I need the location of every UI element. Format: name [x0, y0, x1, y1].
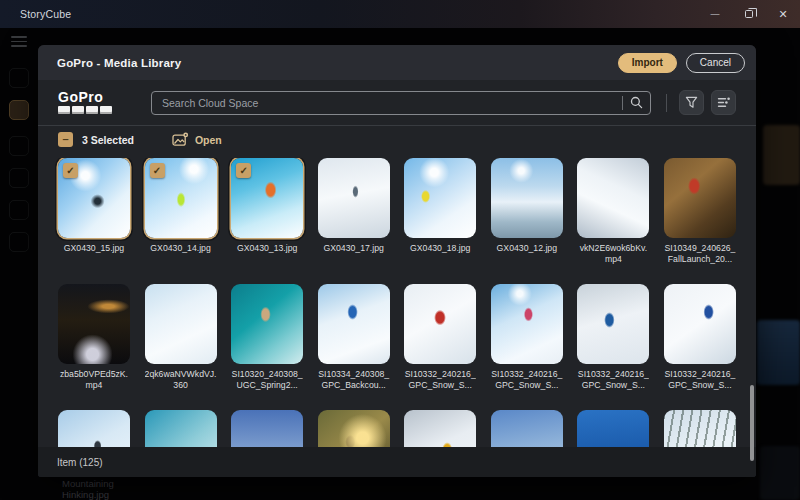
media-item[interactable] — [58, 410, 130, 447]
sidebar-icon[interactable] — [9, 200, 29, 220]
media-thumbnail[interactable] — [491, 284, 563, 364]
open-button[interactable]: Open — [172, 132, 222, 147]
media-item[interactable]: SI10349_240626_FallLaunch_20... — [664, 158, 736, 264]
media-thumbnail[interactable]: ✓ — [231, 158, 303, 238]
media-item[interactable]: SI10334_240308_GPC_Backcou... — [318, 284, 390, 390]
gopro-logo: GoPro — [58, 91, 116, 114]
media-thumbnail[interactable] — [318, 410, 390, 447]
menu-icon[interactable] — [11, 36, 27, 47]
media-filename: SI10332_240216_GPC_Snow_S... — [404, 369, 476, 390]
media-item[interactable]: vkN2E6wok6bKv.mp4 — [577, 158, 649, 264]
restore-button[interactable] — [732, 0, 766, 28]
app-sidebar — [0, 28, 38, 500]
import-button[interactable]: Import — [618, 53, 677, 73]
media-filename: SI10334_240308_GPC_Backcou... — [318, 369, 390, 390]
media-item[interactable] — [231, 410, 303, 447]
media-grid-viewport[interactable]: ✓GX0430_15.jpg✓GX0430_14.jpg✓GX0430_13.j… — [38, 158, 756, 447]
dialog-header: GoPro - Media Library Import Cancel — [38, 45, 756, 80]
sort-options-button[interactable] — [711, 90, 736, 115]
checkbox-checked-icon[interactable]: ✓ — [236, 163, 251, 178]
cancel-button[interactable]: Cancel — [686, 53, 745, 73]
open-button-label: Open — [195, 134, 222, 146]
media-thumbnail[interactable] — [231, 284, 303, 364]
media-thumbnail[interactable] — [145, 410, 217, 447]
select-all-checkbox[interactable]: – — [58, 132, 73, 147]
gopro-wordmark: GoPro — [58, 91, 116, 104]
sidebar-icon-active[interactable] — [9, 100, 29, 120]
restore-icon — [745, 10, 753, 18]
media-item[interactable]: SI10332_240216_GPC_Snow_S... — [404, 284, 476, 390]
search-box — [151, 91, 651, 115]
media-filename: GX0430_18.jpg — [404, 243, 476, 254]
media-thumbnail[interactable] — [577, 284, 649, 364]
sidebar-icon[interactable] — [9, 232, 29, 252]
checkbox-checked-icon[interactable]: ✓ — [63, 163, 78, 178]
selected-count-label: 3 Selected — [82, 134, 134, 146]
media-item[interactable]: SI10332_240216_GPC_Snow_S... — [664, 284, 736, 390]
media-thumbnail[interactable] — [58, 284, 130, 364]
media-thumbnail[interactable] — [58, 410, 130, 447]
media-item[interactable]: ✓GX0430_14.jpg — [145, 158, 217, 264]
media-filename: GX0430_13.jpg — [231, 243, 303, 254]
open-media-icon — [172, 132, 189, 147]
media-item[interactable] — [145, 410, 217, 447]
media-filename: SI10320_240308_UGC_Spring2... — [231, 369, 303, 390]
media-item[interactable]: GX0430_12.jpg — [491, 158, 563, 264]
media-item[interactable]: SI10332_240216_GPC_Snow_S... — [491, 284, 563, 390]
sidebar-icon[interactable] — [9, 168, 29, 188]
media-filename: SI10349_240626_FallLaunch_20... — [664, 243, 736, 264]
media-item[interactable]: SI10332_240216_GPC_Snow_S... — [577, 284, 649, 390]
toolbar-right-group — [666, 90, 736, 115]
media-item[interactable] — [577, 410, 649, 447]
toolbar-divider — [666, 94, 667, 112]
search-icon — [630, 96, 643, 109]
media-thumbnail[interactable] — [231, 410, 303, 447]
media-item[interactable] — [664, 410, 736, 447]
media-thumbnail[interactable] — [664, 410, 736, 447]
filter-funnel-icon — [685, 96, 698, 109]
vertical-scrollbar[interactable] — [750, 385, 754, 461]
selection-row: – 3 Selected Open — [38, 126, 756, 153]
media-item[interactable]: ✓GX0430_13.jpg — [231, 158, 303, 264]
media-item[interactable] — [491, 410, 563, 447]
search-input[interactable] — [152, 92, 622, 114]
checkbox-checked-icon[interactable]: ✓ — [150, 163, 165, 178]
media-item[interactable]: SI10320_240308_UGC_Spring2... — [231, 284, 303, 390]
media-thumbnail[interactable] — [318, 158, 390, 238]
media-item[interactable] — [318, 410, 390, 447]
media-thumbnail[interactable] — [404, 410, 476, 447]
media-item[interactable]: ✓GX0430_15.jpg — [58, 158, 130, 264]
media-filename: GX0430_17.jpg — [318, 243, 390, 254]
window-controls: — ✕ — [698, 0, 800, 28]
sidebar-icon[interactable] — [9, 136, 29, 156]
media-thumbnail[interactable] — [577, 158, 649, 238]
dialog-footer: Item (125) — [38, 447, 756, 477]
minimize-button[interactable]: — — [698, 0, 732, 28]
media-item[interactable] — [404, 410, 476, 447]
media-thumbnail[interactable] — [664, 284, 736, 364]
filter-button[interactable] — [679, 90, 704, 115]
media-thumbnail[interactable] — [404, 284, 476, 364]
media-thumbnail[interactable] — [318, 284, 390, 364]
media-filename: GX0430_15.jpg — [58, 243, 130, 254]
background-file-caption: Mountaining Hinking.jpg — [62, 478, 114, 500]
close-button[interactable]: ✕ — [766, 0, 800, 28]
media-thumbnail[interactable] — [577, 410, 649, 447]
media-item[interactable]: GX0430_18.jpg — [404, 158, 476, 264]
media-item[interactable]: zba5b0VPEd5zK.mp4 — [58, 284, 130, 390]
media-thumbnail[interactable] — [491, 158, 563, 238]
media-thumbnail[interactable]: ✓ — [145, 158, 217, 238]
media-item[interactable]: 2qk6waNVWkdVJ.360 — [145, 284, 217, 390]
sidebar-icon[interactable] — [9, 68, 29, 88]
media-filename: SI10332_240216_GPC_Snow_S... — [577, 369, 649, 390]
media-thumbnail[interactable] — [404, 158, 476, 238]
search-button[interactable] — [623, 92, 650, 114]
media-thumbnail[interactable] — [664, 158, 736, 238]
media-thumbnail[interactable] — [491, 410, 563, 447]
media-item[interactable]: GX0430_17.jpg — [318, 158, 390, 264]
media-thumbnail[interactable]: ✓ — [58, 158, 130, 238]
media-thumbnail[interactable] — [145, 284, 217, 364]
media-filename: SI10332_240216_GPC_Snow_S... — [491, 369, 563, 390]
background-thumbnail — [760, 446, 800, 500]
media-filename: vkN2E6wok6bKv.mp4 — [577, 243, 649, 264]
